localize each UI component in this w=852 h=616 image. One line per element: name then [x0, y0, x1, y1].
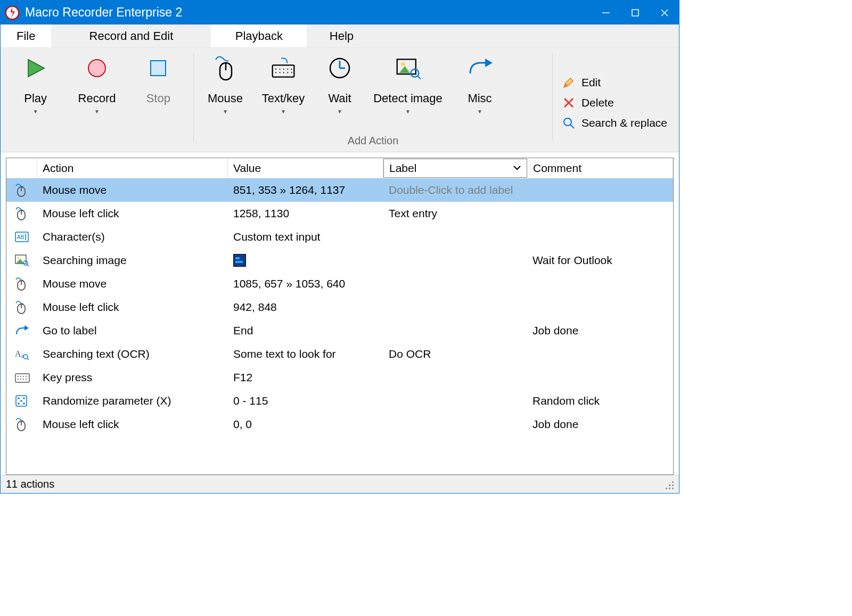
table-row[interactable]: Go to labelEndJob done	[6, 319, 673, 342]
value-cell: 851, 353 » 1264, 1137	[228, 178, 383, 202]
label-cell[interactable]	[383, 225, 527, 249]
svg-text:AB: AB	[17, 234, 24, 240]
detect-image-icon	[395, 55, 421, 81]
label-cell[interactable]	[383, 319, 527, 342]
action-cell: Go to label	[37, 319, 228, 342]
svg-point-70	[18, 403, 20, 405]
tab-help[interactable]: Help	[307, 24, 376, 47]
label-cell[interactable]: Text entry	[383, 202, 527, 225]
comment-cell: Job done	[527, 319, 673, 342]
value-cell: Some text to look for	[228, 342, 383, 366]
minimize-button[interactable]	[591, 1, 620, 24]
svg-rect-10	[273, 65, 294, 77]
delete-button[interactable]: Delete	[562, 96, 667, 109]
svg-rect-2	[632, 10, 638, 16]
mouse-button[interactable]: Mouse ▼	[198, 48, 252, 114]
table-row[interactable]: ABCharacter(s)Custom text input	[6, 225, 673, 249]
maximize-button[interactable]	[620, 1, 650, 24]
wait-button[interactable]: Wait ▼	[314, 48, 365, 114]
mouse-icon	[212, 55, 238, 81]
svg-point-27	[411, 69, 419, 77]
close-button[interactable]	[650, 1, 679, 24]
action-cell: Mouse left click	[37, 202, 228, 225]
comment-cell: Job done	[527, 413, 673, 436]
svg-marker-5	[28, 60, 44, 77]
svg-line-47	[27, 265, 29, 266]
mouse-label: Mouse	[208, 92, 243, 105]
comment-cell	[527, 366, 673, 389]
header-value[interactable]: Value	[228, 158, 383, 178]
edit-button[interactable]: Edit	[562, 76, 667, 89]
comment-cell	[527, 202, 673, 225]
chevron-down-icon: ▼	[405, 109, 411, 114]
mouse-icon	[6, 272, 37, 295]
tab-file[interactable]: File	[1, 24, 51, 47]
record-button[interactable]: Record ▼	[66, 48, 127, 114]
tab-strip: File Record and Edit Playback Help	[1, 24, 679, 48]
action-cell: Mouse move	[37, 272, 228, 295]
label-cell[interactable]	[383, 366, 527, 389]
stop-label: Stop	[146, 92, 170, 105]
random-icon	[6, 389, 37, 413]
header-action[interactable]: Action	[37, 158, 228, 178]
header-comment[interactable]: Comment	[528, 158, 673, 178]
value-cell: 1085, 657 » 1053, 640	[228, 272, 383, 295]
mouse-icon	[6, 295, 37, 319]
chevron-down-icon: ▼	[223, 109, 228, 114]
value-cell: 0, 0	[228, 413, 383, 436]
action-cell: Mouse move	[37, 178, 228, 202]
action-cell: Mouse left click	[37, 413, 228, 436]
key-icon	[6, 366, 37, 389]
chevron-down-icon: ▼	[33, 109, 38, 114]
table-row[interactable]: Mouse left click0, 0Job done	[6, 413, 673, 436]
table-row[interactable]: Mouse left click942, 848	[6, 295, 673, 319]
search-replace-button[interactable]: Search & replace	[562, 117, 667, 129]
detect-image-button[interactable]: Detect image ▼	[365, 48, 450, 114]
statusbar: 11 actions	[1, 475, 679, 493]
svg-point-69	[20, 400, 22, 402]
table-row[interactable]: Mouse move851, 353 » 1264, 1137Double-Cl…	[6, 178, 673, 202]
misc-button[interactable]: Misc ▼	[450, 48, 509, 114]
wait-label: Wait	[328, 92, 351, 105]
comment-cell	[527, 178, 673, 202]
svg-text:A: A	[15, 349, 21, 358]
play-button[interactable]: Play ▼	[5, 48, 66, 114]
header-icon[interactable]	[6, 158, 37, 178]
table-row[interactable]: Mouse move1085, 657 » 1053, 640	[6, 272, 673, 295]
tab-record-and-edit[interactable]: Record and Edit	[51, 24, 211, 47]
svg-point-68	[23, 397, 25, 399]
detect-image-label: Detect image	[373, 92, 443, 105]
table-row[interactable]: Key pressF12	[6, 366, 673, 389]
action-cell: Searching image	[37, 249, 228, 272]
tab-playback[interactable]: Playback	[211, 24, 307, 47]
table-row[interactable]: Searching imageWait for Outlook	[6, 249, 673, 272]
play-icon	[23, 55, 48, 81]
image-icon	[6, 249, 37, 272]
label-cell[interactable]	[383, 389, 527, 413]
label-cell[interactable]: Double-Click to add label	[383, 178, 527, 202]
svg-marker-26	[399, 66, 409, 73]
textkey-button[interactable]: Text/key ▼	[252, 48, 314, 114]
label-cell[interactable]	[383, 272, 527, 295]
label-cell[interactable]	[383, 249, 527, 272]
action-cell: Character(s)	[37, 225, 228, 249]
ocr-icon: Aa	[6, 342, 37, 366]
keyboard-icon	[271, 55, 296, 81]
status-text: 11 actions	[6, 478, 54, 490]
svg-point-44	[18, 257, 20, 259]
action-cell: Key press	[37, 366, 228, 389]
table-row[interactable]: Randomize parameter (X)0 - 115Random cli…	[6, 389, 673, 413]
record-label: Record	[78, 92, 116, 105]
header-label-dropdown[interactable]: Label	[383, 159, 527, 178]
label-cell[interactable]	[383, 295, 527, 319]
value-cell: F12	[228, 366, 383, 389]
label-cell[interactable]	[383, 413, 527, 436]
resize-grip[interactable]	[664, 480, 674, 489]
app-title: Macro Recorder Enterprise 2	[25, 5, 591, 20]
titlebar: Macro Recorder Enterprise 2	[1, 1, 679, 24]
label-cell[interactable]: Do OCR	[383, 342, 527, 366]
table-row[interactable]: AaSearching text (OCR)Some text to look …	[6, 342, 673, 366]
goto-icon	[6, 319, 37, 342]
stop-button[interactable]: Stop	[128, 48, 189, 105]
table-row[interactable]: Mouse left click1258, 1130Text entry	[6, 202, 673, 225]
